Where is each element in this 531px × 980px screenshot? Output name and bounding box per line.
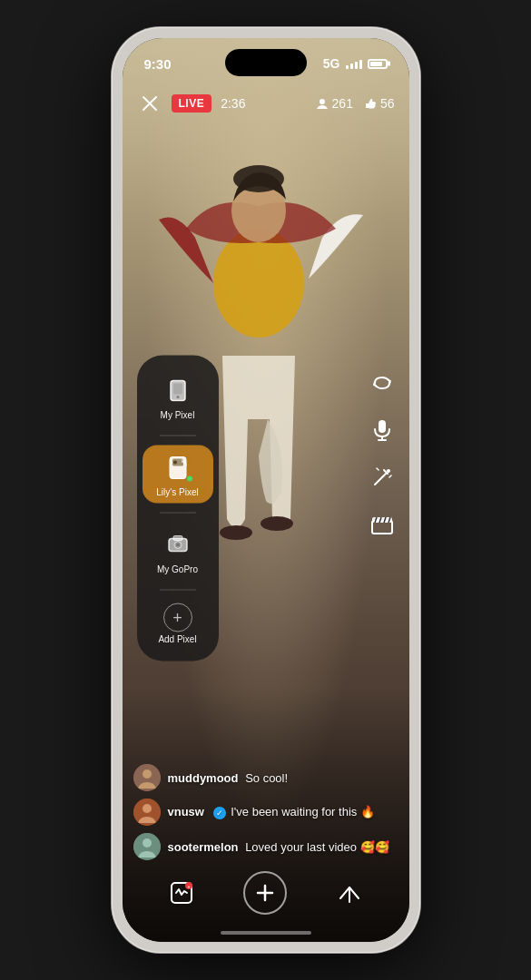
close-icon [142, 95, 158, 112]
comment-row: sootermelon Loved your last video 🥰🥰 [133, 833, 398, 860]
share-button[interactable] [329, 873, 369, 913]
status-time: 9:30 [144, 56, 172, 72]
svg-rect-9 [173, 384, 182, 395]
live-header: LIVE 2:36 261 56 [123, 83, 409, 123]
comment-message: Loved your last video 🥰🥰 [245, 840, 388, 854]
svg-line-21 [375, 474, 386, 485]
cam-divider-3 [160, 590, 196, 591]
phone-camera-icon [166, 378, 190, 402]
lilys-pixel-label: Lily's Pixel [156, 487, 198, 498]
svg-rect-15 [173, 536, 182, 541]
microphone-button[interactable] [366, 414, 398, 446]
clapboard-icon [370, 514, 394, 535]
comment-text: vnusw ✓ I've been waiting for this 🔥 [168, 805, 375, 819]
plus-icon [255, 883, 275, 903]
svg-point-2 [261, 516, 293, 531]
svg-point-35 [143, 804, 152, 813]
comments-section: muddymood So cool! vnusw ✓ I've been wai… [133, 764, 398, 860]
comment-text: sootermelon Loved your last video 🥰🥰 [168, 840, 389, 854]
comment-message: So cool! [245, 771, 288, 785]
signal-bar-2 [350, 64, 353, 69]
phone-screen: 9:30 5G LIV [123, 38, 409, 942]
effects-button[interactable] [366, 461, 398, 494]
signal-bars [346, 58, 362, 69]
microphone-icon [371, 418, 393, 442]
svg-point-0 [213, 229, 304, 338]
flip-camera-button[interactable] [366, 367, 398, 399]
viewers-count: 261 [332, 96, 353, 111]
avatar [133, 833, 161, 860]
add-pixel-label: Add Pixel [158, 634, 196, 645]
user-avatar-3 [133, 833, 161, 860]
user-avatar-1 [133, 764, 161, 791]
svg-rect-18 [379, 420, 386, 433]
comment-username: vnusw [168, 805, 204, 818]
verified-badge: ✓ [213, 807, 226, 819]
likes-count: 56 [380, 96, 395, 111]
battery-icon [368, 59, 388, 69]
live-badge: LIVE [172, 94, 212, 113]
user-avatar-2 [133, 799, 161, 826]
svg-text:+: + [187, 884, 190, 889]
cam-divider-1 [160, 436, 196, 436]
avatar [133, 799, 161, 826]
network-label: 5G [323, 56, 340, 71]
camera-panel: My Pixel Lily's Pixe [137, 356, 219, 662]
comment-message: I've been waiting for this 🔥 [231, 805, 375, 818]
lilys-pixel-icon [162, 451, 194, 484]
svg-point-7 [320, 99, 325, 104]
my-gopro-label: My GoPro [157, 564, 198, 575]
lilys-pixel-camera[interactable]: Lily's Pixel [143, 446, 213, 504]
comment-text: muddymood So cool! [168, 771, 289, 785]
svg-point-33 [143, 769, 152, 779]
dynamic-island [225, 49, 307, 76]
comment-username: sootermelon [168, 840, 239, 854]
status-right: 5G [323, 56, 388, 71]
home-indicator [221, 931, 311, 935]
signal-bar-1 [346, 65, 349, 69]
svg-point-13 [173, 461, 177, 465]
svg-line-25 [377, 468, 379, 470]
svg-point-37 [143, 838, 152, 848]
question-activity-button[interactable]: + [162, 873, 202, 913]
svg-point-1 [220, 525, 252, 540]
likes-stat: 56 [364, 96, 395, 111]
add-content-button[interactable] [243, 871, 287, 915]
svg-point-4 [233, 165, 284, 192]
active-dot [187, 476, 192, 482]
comment-row: muddymood So cool! [133, 764, 398, 791]
share-icon [337, 880, 362, 906]
signal-bar-3 [355, 62, 358, 69]
bottom-toolbar: + [123, 871, 409, 915]
person-icon [316, 97, 329, 110]
svg-point-23 [387, 469, 390, 473]
flip-camera-icon [370, 371, 394, 395]
phone-frame: 9:30 5G LIV [112, 27, 420, 953]
battery-fill [370, 62, 383, 66]
activity-icon: + [169, 880, 194, 906]
svg-point-10 [176, 396, 179, 398]
right-controls [366, 367, 398, 541]
live-timer: 2:36 [221, 96, 245, 111]
thumb-up-icon [364, 97, 377, 110]
add-pixel-circle: + [163, 603, 192, 632]
avatar [133, 764, 161, 791]
pixel-phone-icon [165, 455, 191, 480]
magic-wand-icon [371, 466, 393, 488]
svg-point-17 [176, 544, 180, 547]
my-gopro-camera[interactable]: My GoPro [143, 523, 213, 581]
live-stats: 261 56 [316, 96, 395, 111]
svg-line-24 [389, 475, 391, 477]
cam-divider-2 [160, 513, 196, 514]
close-button[interactable] [137, 91, 162, 116]
add-pixel-button[interactable]: + Add Pixel [154, 600, 200, 649]
my-pixel-label: My Pixel [161, 410, 195, 421]
gopro-camera-icon [166, 533, 190, 556]
viewers-stat: 261 [316, 96, 353, 111]
my-pixel-camera[interactable]: My Pixel [143, 368, 213, 426]
signal-bar-4 [359, 60, 362, 69]
clapboard-button[interactable] [366, 508, 398, 541]
comment-username: muddymood [168, 771, 239, 785]
gopro-icon [162, 528, 194, 561]
comment-row: vnusw ✓ I've been waiting for this 🔥 [133, 799, 398, 826]
